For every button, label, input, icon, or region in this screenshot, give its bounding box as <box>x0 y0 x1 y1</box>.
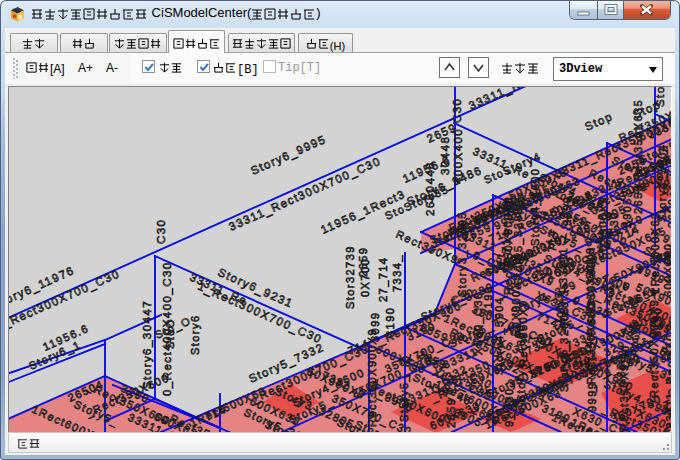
svg-text:Story4_5904: Story4_5904 <box>493 297 505 375</box>
svg-text:_3905: _3905 <box>621 197 633 236</box>
svg-text:Story4_4600: Story4_4600 <box>529 168 541 246</box>
svg-text:9999: 9999 <box>586 382 598 412</box>
svg-text:7334_: 7334_ <box>391 254 403 292</box>
svg-text:0X700: 0X700 <box>359 258 371 297</box>
svg-text:Story5_: Story5_ <box>398 374 410 422</box>
svg-text:C30: C30 <box>451 98 463 123</box>
svg-text:Story3_32805: Story3_32805 <box>558 306 570 392</box>
svg-text:27_714: 27_714 <box>377 257 389 302</box>
svg-text:50X900X9: 50X900X9 <box>597 196 609 259</box>
svg-text:Rect350X9: Rect350X9 <box>618 364 630 431</box>
svg-text:2659: 2659 <box>632 184 644 214</box>
svg-text:_Rect350X635: _Rect350X635 <box>632 99 644 190</box>
svg-text:2659: 2659 <box>670 287 672 317</box>
svg-text:Rect350X900X9: Rect350X900X9 <box>648 299 660 398</box>
svg-text:9999: 9999 <box>561 196 573 226</box>
svg-text:2659: 2659 <box>666 198 672 228</box>
svg-text:Story6: Story6 <box>189 315 201 356</box>
svg-text:Sto6_1: Sto6_1 <box>654 87 666 107</box>
svg-text:1Rect600X63: 1Rect600X63 <box>649 211 661 294</box>
svg-text:33311: 33311 <box>557 247 569 284</box>
svg-text:StoO: StoO <box>164 318 176 349</box>
svg-text:_Rect350X600: _Rect350X600 <box>585 302 597 393</box>
svg-text:Story3_32805: Story3_32805 <box>456 211 468 297</box>
svg-text:Stor32739: Stor32739 <box>344 245 356 309</box>
svg-text:Rect350X900X9: Rect350X900X9 <box>366 328 378 427</box>
svg-text:33311_Rect350: 33311_Rect350 <box>664 333 672 429</box>
svg-text:Story4_4600: Story4_4600 <box>515 324 527 402</box>
svg-text:9_C30: 9_C30 <box>503 387 515 427</box>
svg-text:Story6_30447: Story6_30447 <box>141 300 153 389</box>
svg-text:C30: C30 <box>155 219 167 244</box>
